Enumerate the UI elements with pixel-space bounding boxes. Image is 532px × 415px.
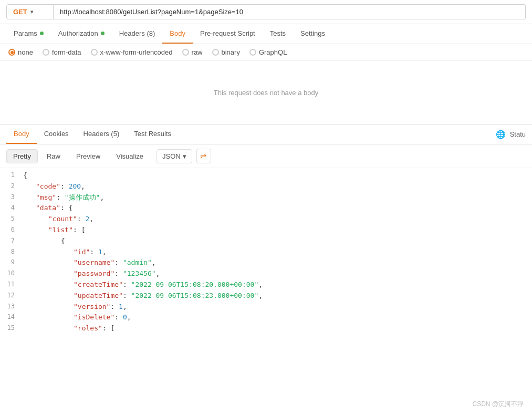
radio-raw xyxy=(182,49,189,56)
request-tabs: Params Authorization Headers (8) Body Pr… xyxy=(0,24,532,44)
json-line: 10 "password": "123456", xyxy=(0,268,532,279)
headers-label: Headers (8) xyxy=(119,29,155,37)
json-line: 15 "roles": [ xyxy=(0,323,532,334)
no-body-message: This request does not have a body xyxy=(214,89,318,97)
json-line: 4 "data": { xyxy=(0,203,532,214)
no-body-area: This request does not have a body xyxy=(0,61,532,124)
settings-label: Settings xyxy=(300,29,325,37)
response-tabs: Body Cookies Headers (5) Test Results 🌐 … xyxy=(0,124,532,144)
method-chevron-icon: ▾ xyxy=(30,9,33,15)
option-form-data[interactable]: form-data xyxy=(43,48,81,56)
response-section: Body Cookies Headers (5) Test Results 🌐 … xyxy=(0,124,532,336)
response-status-area: 🌐 Statu xyxy=(496,130,526,139)
tab-pre-request-script[interactable]: Pre-request Script xyxy=(193,24,263,44)
json-line: 2 "code": 200, xyxy=(0,181,532,192)
format-bar: Pretty Raw Preview Visualize JSON ▾ ⇌ xyxy=(0,144,532,168)
json-line: 3 "msg": "操作成功", xyxy=(0,192,532,203)
option-binary[interactable]: binary xyxy=(212,48,240,56)
radio-urlencoded xyxy=(91,49,98,56)
url-bar: GET ▾ xyxy=(0,0,532,24)
json-line: 7 { xyxy=(0,236,532,247)
url-input[interactable] xyxy=(54,4,526,19)
json-line: 6 "list": [ xyxy=(0,225,532,236)
radio-none xyxy=(8,49,15,56)
tab-settings[interactable]: Settings xyxy=(293,24,332,44)
radio-binary xyxy=(212,49,219,56)
json-line: 12 "updateTime": "2022-09-06T15:08:23.00… xyxy=(0,290,532,302)
radio-form-data xyxy=(43,49,49,56)
json-format-label: JSON xyxy=(162,152,181,160)
fmt-raw[interactable]: Raw xyxy=(40,149,67,163)
json-line: 1 { xyxy=(0,170,532,181)
json-line: 9 "username": "admin", xyxy=(0,257,532,268)
authorization-dot xyxy=(101,32,105,35)
fmt-preview[interactable]: Preview xyxy=(69,149,107,163)
tab-body[interactable]: Body xyxy=(162,24,193,44)
option-none[interactable]: none xyxy=(8,48,33,56)
authorization-label: Authorization xyxy=(58,29,98,37)
params-label: Params xyxy=(14,29,37,37)
tests-label: Tests xyxy=(270,29,286,37)
json-format-chevron: ▾ xyxy=(183,152,186,160)
body-options: none form-data x-www-form-urlencoded raw… xyxy=(0,44,532,61)
option-urlencoded[interactable]: x-www-form-urlencoded xyxy=(91,48,173,56)
status-label: Statu xyxy=(510,130,526,138)
json-line: 14 "isDelete": 0, xyxy=(0,312,532,323)
method-select[interactable]: GET ▾ xyxy=(6,4,54,19)
tab-authorization[interactable]: Authorization xyxy=(51,24,112,44)
params-dot xyxy=(40,32,44,35)
option-raw[interactable]: raw xyxy=(182,48,203,56)
fmt-visualize[interactable]: Visualize xyxy=(109,149,150,163)
json-line: 8 "id": 1, xyxy=(0,247,532,258)
globe-icon[interactable]: 🌐 xyxy=(496,130,506,139)
wrap-icon[interactable]: ⇌ xyxy=(196,149,211,163)
res-tab-test-results[interactable]: Test Results xyxy=(127,124,179,144)
pre-request-label: Pre-request Script xyxy=(200,29,255,37)
fmt-pretty[interactable]: Pretty xyxy=(6,149,38,163)
json-line: 11 "createTime": "2022-09-06T15:08:20.00… xyxy=(0,279,532,290)
json-viewer: 1 { 2 "code": 200, 3 "msg": "操作成功", 4 "d… xyxy=(0,168,532,336)
tab-tests[interactable]: Tests xyxy=(263,24,293,44)
res-tab-cookies[interactable]: Cookies xyxy=(37,124,76,144)
json-line: 5 "count": 2, xyxy=(0,214,532,225)
json-line: 13 "version": 1, xyxy=(0,302,532,313)
tab-headers[interactable]: Headers (8) xyxy=(112,24,163,44)
tab-params[interactable]: Params xyxy=(6,24,51,44)
res-tab-body[interactable]: Body xyxy=(6,124,37,144)
body-label: Body xyxy=(170,29,185,37)
json-format-select[interactable]: JSON ▾ xyxy=(157,149,192,163)
res-tab-headers[interactable]: Headers (5) xyxy=(76,124,127,144)
method-label: GET xyxy=(13,8,27,16)
radio-graphql xyxy=(249,49,256,56)
option-graphql[interactable]: GraphQL xyxy=(249,48,287,56)
